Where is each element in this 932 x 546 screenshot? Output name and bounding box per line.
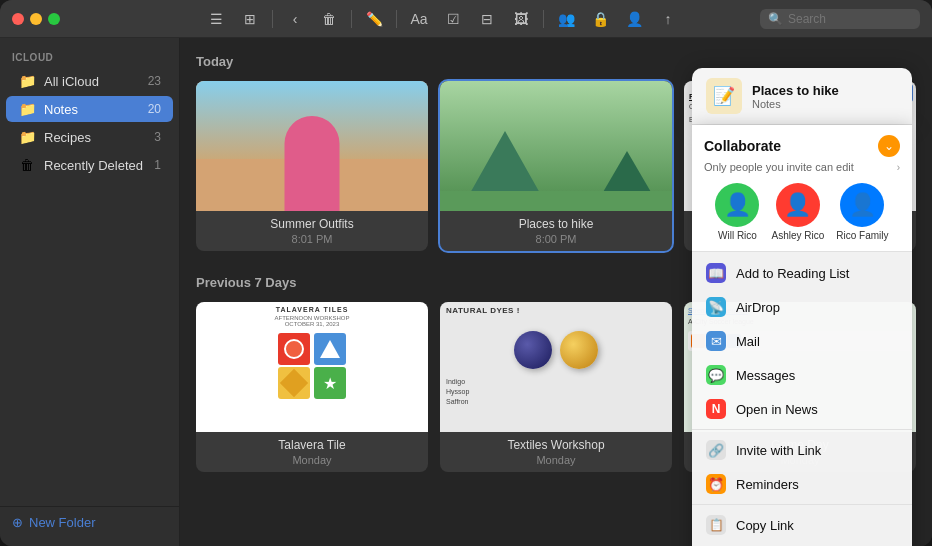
note-info: Talavera Tile Monday <box>196 432 428 472</box>
compose-button[interactable]: ✏️ <box>360 5 388 33</box>
menu-divider-1 <box>692 429 912 430</box>
toolbar-separator-1 <box>272 10 273 28</box>
delete-button[interactable]: 🗑 <box>315 5 343 33</box>
toolbar-separator-4 <box>543 10 544 28</box>
note-title: Summer Outfits <box>204 217 420 231</box>
back-button[interactable]: ‹ <box>281 5 309 33</box>
search-input[interactable] <box>788 12 912 26</box>
section-today-title: Today <box>196 54 916 69</box>
menu-item-edit-extensions[interactable]: ⋯ Edit Extensions... <box>692 542 912 546</box>
sidebar-item-all-icloud[interactable]: 📁 All iCloud 23 <box>6 68 173 94</box>
collaborate-button[interactable]: 👥 <box>552 5 580 33</box>
menu-item-add-to-reading-list[interactable]: 📖 Add to Reading List <box>692 256 912 290</box>
menu-note-title: Places to hike <box>752 83 839 98</box>
collaborate-indicator: ⌄ <box>878 135 900 157</box>
menu-item-invite-with-link[interactable]: 🔗 Invite with Link <box>692 433 912 467</box>
note-card-textiles-workshop[interactable]: NATURAL DYES ! Indigo Hyssop Saffron <box>440 302 672 472</box>
menu-item-open-in-news[interactable]: N Open in News <box>692 392 912 426</box>
sidebar-item-label: All iCloud <box>44 74 140 89</box>
sidebar-item-notes[interactable]: 📁 Notes 20 <box>6 96 173 122</box>
invite-link-icon: 🔗 <box>706 440 726 460</box>
note-time: Monday <box>204 454 420 466</box>
checklist-button[interactable]: ☑ <box>439 5 467 33</box>
traffic-lights <box>12 13 60 25</box>
messages-icon: 💬 <box>706 365 726 385</box>
sidebar-item-count: 20 <box>148 102 161 116</box>
sidebar-item-recipes[interactable]: 📁 Recipes 3 <box>6 124 173 150</box>
note-time: 8:01 PM <box>204 233 420 245</box>
list-view-button[interactable]: ☰ <box>202 5 230 33</box>
sidebar-item-label: Recently Deleted <box>44 158 146 173</box>
minimize-button[interactable] <box>30 13 42 25</box>
menu-item-label: AirDrop <box>736 300 780 315</box>
mail-icon: ✉ <box>706 331 726 351</box>
new-folder-label: New Folder <box>29 515 95 530</box>
chevron-right-icon: › <box>897 162 900 173</box>
search-icon: 🔍 <box>768 12 783 26</box>
note-thumbnail-textiles: NATURAL DYES ! Indigo Hyssop Saffron <box>440 302 672 432</box>
sidebar-item-count: 1 <box>154 158 161 172</box>
note-time: Monday <box>448 454 664 466</box>
participant-avatar: 👤 <box>715 183 759 227</box>
context-menu-overlay: 📝 Places to hike Notes Collaborate ⌄ <box>692 68 912 546</box>
close-button[interactable] <box>12 13 24 25</box>
menu-item-airdrop[interactable]: 📡 AirDrop <box>692 290 912 324</box>
note-title: Textiles Workshop <box>448 438 664 452</box>
menu-item-label: Open in News <box>736 402 818 417</box>
menu-divider-2 <box>692 504 912 505</box>
sidebar-item-label: Recipes <box>44 130 146 145</box>
menu-item-messages[interactable]: 💬 Messages <box>692 358 912 392</box>
new-folder-button[interactable]: ⊕ New Folder <box>12 515 167 530</box>
sidebar-item-count: 3 <box>154 130 161 144</box>
reading-list-icon: 📖 <box>706 263 726 283</box>
note-info: Textiles Workshop Monday <box>440 432 672 472</box>
table-button[interactable]: ⊟ <box>473 5 501 33</box>
note-info: Places to hike 8:00 PM <box>440 211 672 251</box>
collaborate-sublabel: Only people you invite can edit › <box>704 161 900 173</box>
collaborate-permission-text: Only people you invite can edit <box>704 161 854 173</box>
toolbar-separator-2 <box>351 10 352 28</box>
trash-icon: 🗑 <box>18 157 36 173</box>
lock-button[interactable]: 🔒 <box>586 5 614 33</box>
menu-item-label: Messages <box>736 368 795 383</box>
note-thumbnail-places <box>440 81 672 211</box>
note-card-talavera-tile[interactable]: TALAVERA TILES AFTERNOON WORKSHOPOCTOBER… <box>196 302 428 472</box>
sidebar: iCloud 📁 All iCloud 23 📁 Notes 20 📁 Reci… <box>0 38 180 546</box>
menu-item-copy-link[interactable]: 📋 Copy Link <box>692 508 912 542</box>
fullscreen-button[interactable] <box>48 13 60 25</box>
copy-link-icon: 📋 <box>706 515 726 535</box>
participant-avatar: 👤 <box>840 183 884 227</box>
app-window: ☰ ⊞ ‹ 🗑 ✏️ Aa ☑ ⊟ 🖼 👥 🔒 👤 ↑ 🔍 iC <box>0 0 932 546</box>
note-card-summer-outfits[interactable]: Summer Outfits 8:01 PM <box>196 81 428 251</box>
news-icon: N <box>706 399 726 419</box>
grid-view-button[interactable]: ⊞ <box>236 5 264 33</box>
folder-icon: 📁 <box>18 73 36 89</box>
menu-item-label: Reminders <box>736 477 799 492</box>
context-menu-header: 📝 Places to hike Notes <box>692 68 912 125</box>
people-button[interactable]: 👤 <box>620 5 648 33</box>
sidebar-item-label: Notes <box>44 102 140 117</box>
participant-name: Will Rico <box>718 230 757 241</box>
reminders-icon: ⏰ <box>706 474 726 494</box>
context-menu: Collaborate ⌄ Only people you invite can… <box>692 125 912 546</box>
menu-item-reminders[interactable]: ⏰ Reminders <box>692 467 912 501</box>
note-card-places-to-hike[interactable]: Places to hike 8:00 PM <box>440 81 672 251</box>
participant-rico-family[interactable]: 👤 Rico Family <box>836 183 888 241</box>
collaborate-section: Collaborate ⌄ Only people you invite can… <box>692 125 912 252</box>
sidebar-item-recently-deleted[interactable]: 🗑 Recently Deleted 1 <box>6 152 173 178</box>
media-button[interactable]: 🖼 <box>507 5 535 33</box>
participant-will-rico[interactable]: 👤 Will Rico <box>715 183 759 241</box>
menu-header-info: Places to hike Notes <box>752 83 839 110</box>
airdrop-icon: 📡 <box>706 297 726 317</box>
sidebar-section-label: iCloud <box>0 46 179 67</box>
participant-ashley-rico[interactable]: 👤 Ashley Rico <box>771 183 824 241</box>
menu-item-label: Copy Link <box>736 518 794 533</box>
note-info: Summer Outfits 8:01 PM <box>196 211 428 251</box>
main-content: iCloud 📁 All iCloud 23 📁 Notes 20 📁 Reci… <box>0 38 932 546</box>
note-thumbnail-talavera: TALAVERA TILES AFTERNOON WORKSHOPOCTOBER… <box>196 302 428 432</box>
share-button[interactable]: ↑ <box>654 5 682 33</box>
note-thumbnail-summer <box>196 81 428 211</box>
menu-item-mail[interactable]: ✉ Mail <box>692 324 912 358</box>
format-button[interactable]: Aa <box>405 5 433 33</box>
collaborate-row: Collaborate ⌄ <box>704 135 900 157</box>
